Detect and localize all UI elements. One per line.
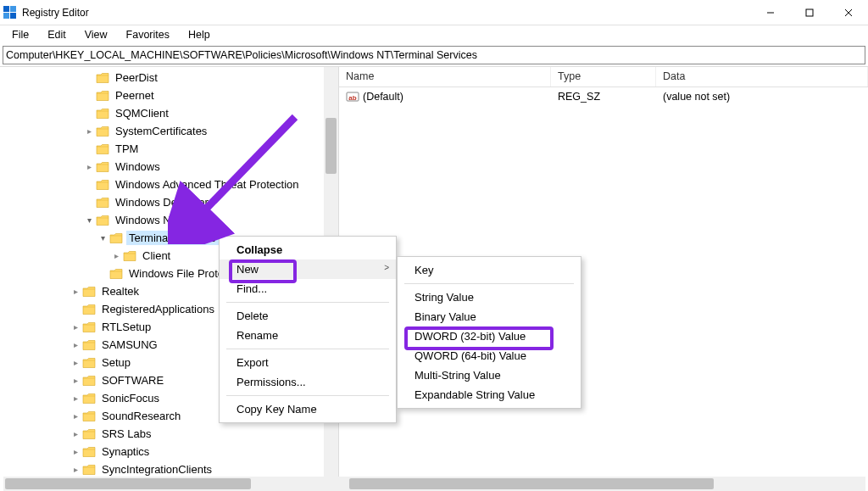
- context-item[interactable]: Key: [398, 260, 581, 280]
- folder-icon: [82, 339, 96, 351]
- context-item[interactable]: Binary Value: [398, 307, 581, 326]
- folder-icon: [82, 286, 96, 298]
- context-item[interactable]: Copy Key Name: [220, 399, 396, 419]
- list-hscrollbar[interactable]: [348, 477, 865, 491]
- header-name[interactable]: Name: [339, 67, 551, 86]
- chevron-right-icon[interactable]: [83, 162, 96, 171]
- folder-icon: [96, 197, 109, 209]
- tree-item[interactable]: Windows Advanced Threat Protection: [15, 176, 338, 193]
- header-type[interactable]: Type: [551, 67, 656, 86]
- tree-item[interactable]: Windows: [15, 158, 338, 176]
- chevron-right-icon: >: [384, 263, 389, 272]
- tree-item-label: Windows Advanced Threat Protection: [113, 177, 302, 192]
- tree-vscroll-thumb[interactable]: [326, 118, 337, 174]
- context-item[interactable]: Find...: [220, 279, 396, 299]
- chevron-right-icon[interactable]: [110, 251, 123, 260]
- chevron-right-icon[interactable]: [70, 340, 82, 349]
- chevron-right-icon[interactable]: [70, 376, 82, 385]
- tree-item[interactable]: SyncIntegrationClients: [15, 460, 338, 477]
- chevron-down-icon[interactable]: [83, 215, 96, 225]
- list-hscroll-thumb[interactable]: [349, 478, 714, 489]
- context-item[interactable]: Rename: [220, 326, 396, 345]
- chevron-right-icon[interactable]: [70, 447, 82, 456]
- folder-icon: [82, 304, 96, 315]
- tree-item-label: SystemCertificates: [113, 124, 209, 138]
- menu-help[interactable]: Help: [180, 27, 219, 42]
- folder-icon: [96, 72, 109, 84]
- context-item[interactable]: New>: [220, 259, 396, 279]
- context-item[interactable]: Delete: [220, 306, 396, 326]
- folder-icon: [82, 410, 96, 422]
- context-item[interactable]: Collapse: [220, 240, 396, 259]
- context-item[interactable]: QWORD (64-bit) Value: [398, 346, 581, 365]
- chevron-right-icon[interactable]: [70, 411, 82, 421]
- tree-item-label: SonicFocus: [99, 391, 162, 405]
- tree-item[interactable]: Windows NT: [15, 211, 338, 229]
- tree-item[interactable]: Synaptics: [15, 443, 338, 460]
- tree-hscroll-thumb[interactable]: [5, 478, 251, 489]
- list-header: Name Type Data: [339, 67, 868, 87]
- tree-item-label: RegisteredApplications: [99, 302, 217, 316]
- close-button[interactable]: [829, 0, 868, 25]
- tree-item-label: SRS Labs: [99, 427, 154, 441]
- svg-rect-3: [10, 13, 16, 19]
- context-separator: [226, 349, 389, 349]
- chevron-right-icon[interactable]: [70, 287, 82, 296]
- tree-item[interactable]: SRS Labs: [15, 425, 338, 443]
- chevron-right-icon[interactable]: [70, 393, 82, 403]
- tree-item-label: Windows: [113, 159, 163, 174]
- folder-icon: [96, 143, 109, 155]
- chevron-right-icon[interactable]: [70, 322, 82, 332]
- context-item[interactable]: Export: [220, 353, 396, 372]
- context-item[interactable]: Expandable String Value: [398, 385, 581, 405]
- menu-view[interactable]: View: [76, 27, 116, 42]
- folder-icon: [96, 108, 109, 120]
- window-title: Registry Editor: [22, 7, 89, 19]
- header-data[interactable]: Data: [656, 67, 868, 86]
- folder-icon: [123, 250, 136, 262]
- tree-item[interactable]: Windows Defender: [15, 193, 338, 211]
- tree-item[interactable]: SystemCertificates: [15, 122, 338, 140]
- tree-item-label: Terminal Services: [126, 231, 219, 245]
- chevron-right-icon[interactable]: [83, 126, 96, 136]
- value-type: REG_SZ: [551, 91, 656, 103]
- chevron-right-icon[interactable]: [70, 429, 82, 438]
- menu-edit[interactable]: Edit: [39, 27, 75, 42]
- value-data: (value not set): [656, 91, 868, 103]
- svg-rect-5: [806, 9, 813, 16]
- chevron-right-icon[interactable]: [70, 465, 82, 474]
- context-item[interactable]: Multi-String Value: [398, 365, 581, 385]
- maximize-button[interactable]: [790, 0, 829, 25]
- title-bar: Registry Editor: [0, 0, 868, 25]
- menu-file[interactable]: File: [3, 27, 37, 42]
- context-menu[interactable]: CollapseNew>Find...DeleteRenameExportPer…: [219, 236, 397, 423]
- context-item[interactable]: Permissions...: [220, 372, 396, 392]
- tree-item-label: Windows Defender: [113, 195, 211, 209]
- folder-icon: [109, 268, 123, 280]
- chevron-right-icon[interactable]: [70, 358, 82, 367]
- folder-icon: [96, 179, 109, 191]
- tree-item[interactable]: PeerDist: [15, 69, 338, 86]
- context-item[interactable]: DWORD (32-bit) Value: [398, 326, 581, 346]
- tree-item-label: SoundResearch: [99, 409, 183, 423]
- context-separator: [404, 283, 574, 284]
- tree-item-label: SyncIntegrationClients: [99, 462, 214, 477]
- tree-item[interactable]: TPM: [15, 140, 338, 158]
- menu-bar: File Edit View Favorites Help: [0, 25, 868, 44]
- folder-icon: [109, 232, 123, 244]
- folder-icon: [96, 161, 109, 173]
- tree-item-label: SOFTWARE: [99, 373, 166, 388]
- folder-icon: [96, 126, 109, 137]
- address-bar[interactable]: [3, 46, 865, 64]
- context-item[interactable]: String Value: [398, 287, 581, 307]
- list-row[interactable]: ab (Default) REG_SZ (value not set): [339, 87, 868, 105]
- tree-item[interactable]: Peernet: [15, 86, 338, 104]
- context-submenu-new[interactable]: KeyString ValueBinary ValueDWORD (32-bit…: [397, 256, 581, 409]
- chevron-down-icon[interactable]: [97, 233, 109, 243]
- tree-item-label: Realtek: [99, 284, 142, 299]
- minimize-button[interactable]: [751, 0, 790, 25]
- address-input[interactable]: [3, 49, 865, 61]
- tree-item-label: PeerDist: [113, 70, 160, 85]
- menu-favorites[interactable]: Favorites: [118, 27, 178, 42]
- tree-item[interactable]: SQMClient: [15, 104, 338, 122]
